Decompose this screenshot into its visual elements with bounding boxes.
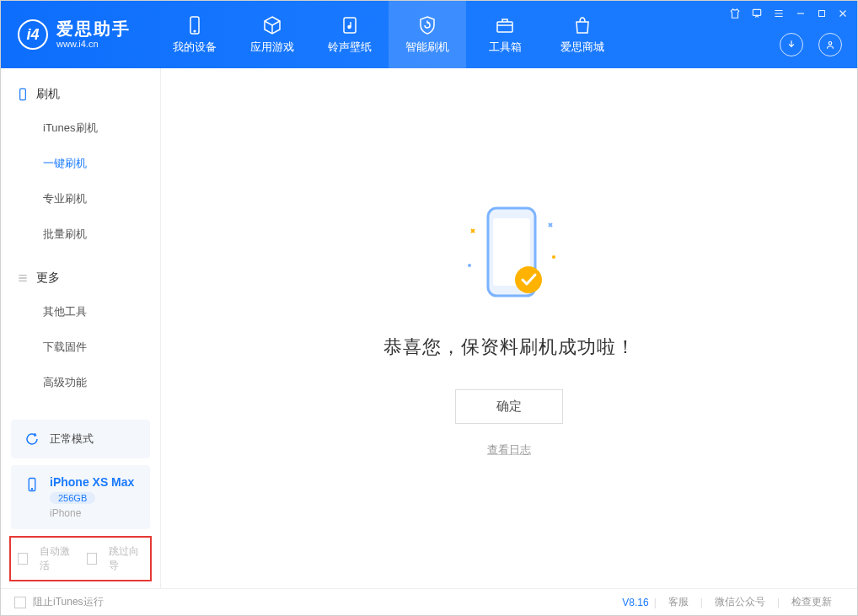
sidebar-item-oneclick-flash[interactable]: 一键刷机 — [1, 146, 160, 181]
user-button[interactable] — [818, 33, 842, 56]
svg-rect-8 — [20, 88, 26, 99]
refresh-icon — [23, 430, 41, 448]
sidebar-item-advanced[interactable]: 高级功能 — [1, 365, 160, 400]
device-mode-card[interactable]: 正常模式 — [11, 420, 150, 458]
nav-ring-wall[interactable]: 铃声壁纸 — [311, 1, 389, 68]
sidebar-header-more: 更多 — [1, 262, 160, 294]
auto-activate-label: 自动激活 — [40, 544, 74, 573]
svg-point-13 — [515, 266, 542, 293]
list-icon — [16, 271, 29, 285]
app-title: 爱思助手 — [56, 19, 131, 39]
sidebar: 刷机 iTunes刷机 一键刷机 专业刷机 批量刷机 更多 其他工具 下载固件 … — [1, 68, 161, 588]
device-mode-label: 正常模式 — [50, 431, 94, 447]
maximize-button[interactable] — [817, 8, 827, 19]
divider: | — [700, 597, 703, 608]
app-body: 刷机 iTunes刷机 一键刷机 专业刷机 批量刷机 更多 其他工具 下载固件 … — [1, 68, 857, 588]
main-nav: 我的设备 应用游戏 铃声壁纸 智能刷机 工具箱 爱思商城 — [156, 1, 621, 68]
skip-guide-checkbox[interactable] — [87, 553, 97, 565]
svg-point-3 — [348, 25, 351, 28]
main-content: 恭喜您，保资料刷机成功啦！ 确定 查看日志 — [161, 68, 857, 588]
success-message: 恭喜您，保资料刷机成功啦！ — [383, 335, 635, 360]
nav-label: 应用游戏 — [250, 40, 294, 55]
toolbox-icon — [495, 15, 515, 35]
app-subtitle: www.i4.cn — [56, 39, 131, 50]
bag-icon — [572, 15, 593, 35]
sidebar-item-batch-flash[interactable]: 批量刷机 — [1, 217, 160, 252]
svg-rect-6 — [819, 11, 825, 17]
sidebar-section-flash: 刷机 iTunes刷机 一键刷机 专业刷机 批量刷机 — [1, 68, 160, 252]
close-button[interactable] — [837, 8, 849, 19]
nav-label: 工具箱 — [489, 40, 522, 55]
block-itunes-label: 阻止iTunes运行 — [33, 595, 104, 609]
download-button[interactable] — [780, 33, 803, 56]
feedback-icon[interactable] — [751, 8, 763, 19]
nav-store[interactable]: 爱思商城 — [544, 1, 621, 68]
device-panels: 正常模式 iPhone XS Max 256GB iPhone 自动激活 跳过向… — [1, 413, 160, 588]
svg-point-14 — [468, 264, 471, 267]
minimize-button[interactable] — [795, 8, 807, 19]
app-logo-icon: i4 — [18, 19, 48, 50]
app-header: i4 爱思助手 www.i4.cn 我的设备 应用游戏 铃声壁纸 智能刷机 工具… — [1, 1, 857, 68]
check-update-link[interactable]: 检查更新 — [791, 595, 832, 609]
logo-text: 爱思助手 www.i4.cn — [56, 19, 131, 50]
svg-point-7 — [829, 42, 832, 46]
view-log-link[interactable]: 查看日志 — [487, 442, 531, 458]
nav-label: 爱思商城 — [560, 40, 604, 55]
nav-label: 智能刷机 — [405, 40, 449, 55]
skip-guide-label: 跳过向导 — [109, 544, 143, 573]
device-info: iPhone XS Max 256GB iPhone — [50, 475, 134, 519]
sidebar-item-download-fw[interactable]: 下载固件 — [1, 329, 160, 365]
success-illustration — [446, 200, 572, 309]
footer: 阻止iTunes运行 V8.16 | 客服 | 微信公众号 | 检查更新 — [1, 588, 857, 615]
nav-smart-flash[interactable]: 智能刷机 — [389, 1, 466, 68]
sidebar-item-pro-flash[interactable]: 专业刷机 — [1, 181, 160, 217]
auto-activate-checkbox[interactable] — [18, 553, 28, 565]
window-controls — [729, 8, 849, 19]
skin-icon[interactable] — [729, 8, 741, 19]
divider: | — [777, 597, 780, 608]
sidebar-header-label: 刷机 — [36, 87, 60, 102]
sidebar-item-itunes-flash[interactable]: iTunes刷机 — [1, 110, 160, 146]
svg-rect-4 — [497, 22, 512, 32]
flash-options-row: 自动激活 跳过向导 — [9, 536, 152, 581]
sidebar-section-more: 更多 其他工具 下载固件 高级功能 — [1, 252, 160, 400]
wechat-link[interactable]: 微信公众号 — [715, 595, 765, 609]
sidebar-item-other-tools[interactable]: 其他工具 — [1, 294, 160, 329]
device-storage: 256GB — [50, 492, 95, 504]
device-icon — [185, 15, 205, 35]
svg-point-15 — [552, 255, 555, 259]
nav-label: 我的设备 — [173, 40, 217, 55]
nav-label: 铃声壁纸 — [328, 40, 372, 55]
device-info-card[interactable]: iPhone XS Max 256GB iPhone — [11, 465, 150, 529]
music-file-icon — [340, 15, 360, 35]
phone-icon — [23, 475, 41, 494]
svg-rect-5 — [753, 9, 760, 15]
svg-point-10 — [31, 489, 32, 490]
svg-point-1 — [194, 30, 196, 32]
device-type: iPhone — [50, 507, 134, 519]
sidebar-header-label: 更多 — [36, 271, 60, 286]
menu-icon[interactable] — [773, 8, 785, 19]
support-link[interactable]: 客服 — [668, 595, 689, 609]
phone-icon — [16, 88, 29, 101]
version-label: V8.16 — [622, 597, 648, 608]
block-itunes-checkbox[interactable] — [14, 597, 26, 608]
ok-button[interactable]: 确定 — [455, 389, 563, 424]
nav-apps-games[interactable]: 应用游戏 — [233, 1, 311, 68]
shield-refresh-icon — [417, 15, 437, 35]
device-name: iPhone XS Max — [50, 475, 134, 489]
nav-my-device[interactable]: 我的设备 — [156, 1, 233, 68]
cube-icon — [262, 15, 282, 35]
header-actions — [780, 33, 842, 56]
divider: | — [654, 597, 657, 608]
nav-toolbox[interactable]: 工具箱 — [466, 1, 544, 68]
logo-area: i4 爱思助手 www.i4.cn — [1, 19, 147, 50]
sidebar-header-flash: 刷机 — [1, 78, 160, 110]
